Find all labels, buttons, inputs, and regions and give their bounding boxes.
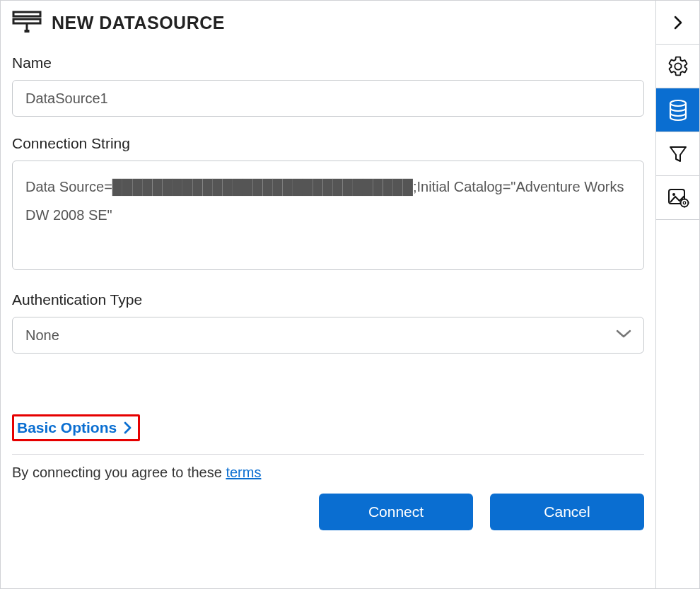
svg-point-6 [672,193,675,196]
svg-point-7 [680,199,688,206]
terms-link[interactable]: terms [226,465,261,480]
auth-type-label: Authentication Type [12,291,644,308]
basic-options-toggle[interactable]: Basic Options [12,414,140,441]
svg-rect-0 [13,12,40,16]
cancel-button[interactable]: Cancel [490,494,644,530]
terms-row: By connecting you agree to these terms [12,465,644,481]
funnel-icon [667,144,689,165]
connection-string-field-group: Connection String Data Source=██████████… [12,135,644,273]
connection-string-input[interactable]: Data Source=████████████████████████████… [12,161,644,270]
auth-type-select-wrap: None [12,317,644,354]
sidebar-item-filter[interactable] [656,132,699,176]
connect-button[interactable]: Connect [319,494,473,530]
sidebar-item-expand[interactable] [656,1,699,45]
svg-rect-1 [13,19,40,23]
page-title: NEW DATASOURCE [52,13,225,33]
footer-actions: Connect Cancel [12,494,644,530]
datasource-icon [12,11,42,35]
database-icon [667,99,689,122]
auth-type-select[interactable]: None [12,317,644,354]
chevron-right-icon [672,15,684,30]
gear-icon [667,55,689,78]
svg-point-4 [670,100,686,106]
auth-type-field-group: Authentication Type None [12,291,644,354]
sidebar-item-datasources[interactable] [656,88,699,132]
header: NEW DATASOURCE [12,11,644,35]
connection-string-label: Connection String [12,135,644,152]
sidebar-item-settings[interactable] [656,45,699,88]
name-label: Name [12,54,644,71]
svg-rect-3 [25,30,30,33]
divider [12,454,644,455]
sidebar [655,1,699,588]
app-root: NEW DATASOURCE Name Connection String Da… [0,0,700,589]
terms-prefix: By connecting you agree to these [12,465,226,480]
chevron-right-icon [124,421,132,434]
sidebar-item-image-settings[interactable] [656,176,699,220]
name-input[interactable] [12,80,644,117]
image-gear-icon [667,187,689,209]
basic-options-label: Basic Options [17,419,117,436]
main-panel: NEW DATASOURCE Name Connection String Da… [1,1,655,588]
name-field-group: Name [12,54,644,117]
